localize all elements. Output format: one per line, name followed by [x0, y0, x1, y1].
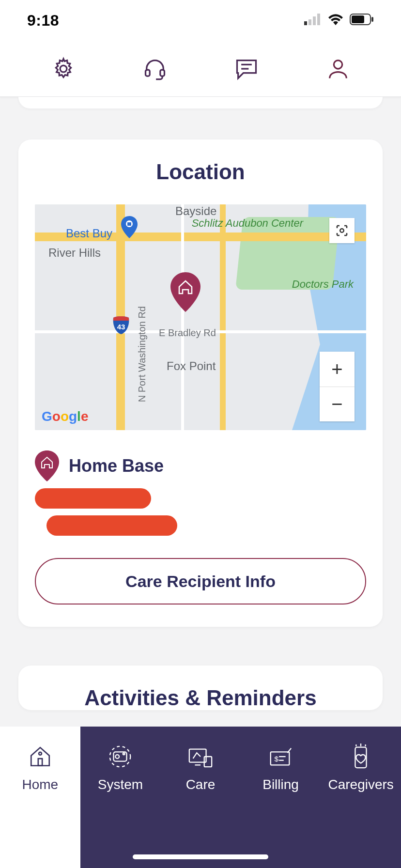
nav-system[interactable]: System — [80, 727, 161, 868]
billing-icon: $ — [267, 743, 294, 770]
caregivers-icon — [347, 743, 374, 770]
status-time: 9:18 — [27, 12, 59, 30]
svg-rect-1 — [308, 19, 311, 25]
nav-billing[interactable]: $ Billing — [241, 727, 321, 868]
nav-home-label: Home — [22, 777, 58, 792]
home-base-label: Home Base — [69, 456, 164, 476]
profile-button[interactable] — [324, 55, 352, 83]
care-recipient-info-button[interactable]: Care Recipient Info — [35, 558, 366, 604]
svg-rect-6 — [371, 17, 373, 22]
map-label-doctors: Doctors Park — [292, 278, 354, 291]
svg-text:$: $ — [274, 755, 278, 763]
svg-point-16 — [340, 229, 344, 232]
map-road-thin-v — [181, 204, 184, 430]
profile-icon — [325, 56, 351, 81]
battery-icon — [350, 14, 374, 27]
status-bar: 9:18 — [0, 0, 401, 41]
system-icon — [107, 743, 134, 770]
svg-text:43: 43 — [117, 323, 125, 331]
map-label-bestbuy: Best Buy — [66, 227, 112, 240]
map-attribution: Google — [42, 409, 88, 424]
redacted-address-line-1 — [35, 488, 151, 509]
activities-card: Activities & Reminders — [18, 666, 383, 710]
svg-point-12 — [334, 60, 342, 68]
plus-icon: + — [331, 358, 342, 380]
svg-point-7 — [60, 65, 67, 72]
nav-home[interactable]: Home — [0, 727, 80, 868]
support-button[interactable] — [141, 55, 169, 83]
svg-rect-23 — [189, 749, 206, 762]
map-label-riverhills: River Hills — [48, 246, 101, 260]
svg-rect-30 — [355, 747, 367, 768]
svg-point-19 — [110, 746, 130, 767]
nav-caregivers-label: Caregivers — [328, 777, 393, 792]
svg-rect-3 — [317, 14, 320, 25]
nav-system-label: System — [98, 777, 143, 792]
chat-button[interactable] — [232, 55, 261, 83]
zoom-in-button[interactable]: + — [320, 352, 355, 387]
top-toolbar — [0, 41, 401, 97]
map-label-foxpoint: Fox Point — [167, 359, 216, 373]
activities-title: Activities & Reminders — [35, 686, 366, 710]
home-base-pin-icon — [35, 450, 59, 481]
nav-care-label: Care — [186, 777, 216, 792]
content-area[interactable]: Location Bayside Best Buy River Hills Sc… — [0, 97, 401, 768]
settings-button[interactable] — [49, 55, 77, 83]
map-label-nport: N Port Washington Rd — [137, 306, 148, 402]
cellular-icon — [304, 14, 322, 27]
redacted-address-line-2 — [46, 515, 177, 536]
nav-care[interactable]: Care — [160, 727, 241, 868]
bottom-nav: Home System Care $ Billing Caregivers — [0, 727, 401, 868]
care-icon — [187, 743, 214, 770]
headset-icon — [142, 56, 168, 81]
svg-rect-26 — [270, 752, 289, 765]
svg-rect-2 — [313, 16, 316, 25]
home-base-row: Home Base — [35, 450, 366, 481]
status-indicators — [304, 14, 374, 27]
svg-rect-9 — [160, 70, 164, 76]
svg-point-18 — [39, 752, 42, 755]
zoom-out-button[interactable]: − — [320, 387, 355, 421]
home-pin-icon — [170, 272, 200, 312]
locate-icon — [335, 223, 349, 238]
wifi-icon — [327, 14, 344, 27]
map-label-schlitz: Schlitz Audubon Center — [192, 217, 303, 229]
svg-rect-0 — [304, 21, 307, 25]
nav-caregivers[interactable]: Caregivers — [321, 727, 401, 868]
map[interactable]: Bayside Best Buy River Hills Schlitz Aud… — [35, 204, 366, 430]
home-icon — [27, 743, 54, 770]
nav-billing-label: Billing — [262, 777, 299, 792]
gear-icon — [51, 56, 76, 81]
svg-rect-8 — [145, 70, 150, 76]
map-label-bayside: Bayside — [175, 204, 216, 218]
svg-point-22 — [123, 753, 125, 755]
svg-rect-17 — [38, 759, 42, 766]
prev-card-edge — [18, 97, 383, 108]
location-card: Location Bayside Best Buy River Hills Sc… — [18, 140, 383, 627]
minus-icon: − — [331, 393, 342, 415]
map-label-bradley: E Bradley Rd — [159, 327, 216, 339]
store-pin-icon — [121, 216, 138, 238]
home-indicator[interactable] — [133, 854, 268, 859]
location-title: Location — [35, 160, 366, 184]
svg-rect-5 — [352, 16, 364, 23]
svg-point-21 — [116, 755, 120, 759]
svg-rect-14 — [127, 222, 131, 226]
interstate-shield-icon: 43 — [112, 316, 130, 336]
map-locate-button[interactable] — [329, 218, 355, 243]
map-zoom-controls: + − — [320, 352, 355, 421]
chat-icon — [234, 57, 259, 80]
